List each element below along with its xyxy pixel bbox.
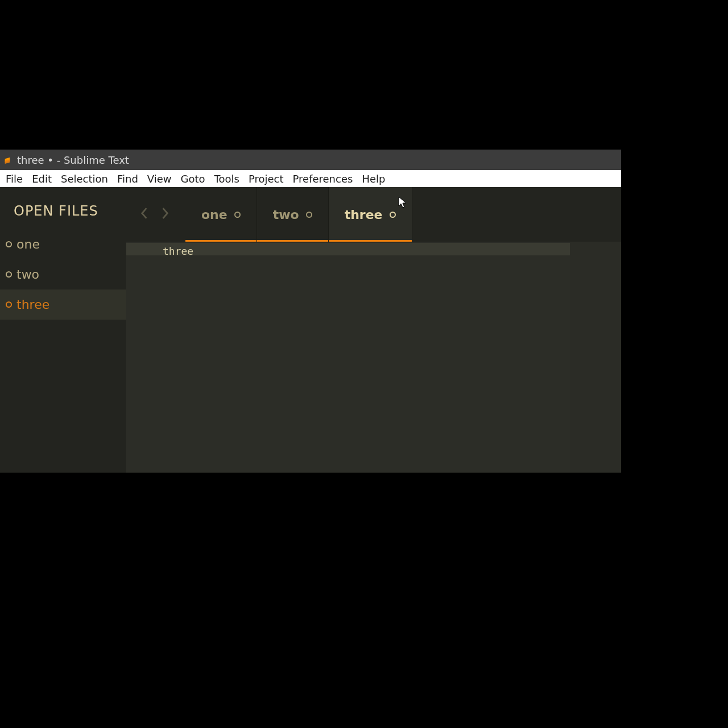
menu-goto[interactable]: Goto — [176, 171, 210, 187]
window-title: three • - Sublime Text — [17, 154, 129, 166]
menu-view[interactable]: View — [143, 171, 176, 187]
tab-two[interactable]: two — [257, 187, 329, 242]
tab-strip: one two three — [126, 187, 621, 242]
tab-label: two — [273, 208, 299, 222]
circle-icon — [306, 212, 312, 218]
open-file-label: two — [16, 267, 39, 282]
tab-label: one — [201, 208, 228, 222]
circle-icon — [234, 212, 241, 218]
menu-tools[interactable]: Tools — [210, 171, 244, 187]
tab-three[interactable]: three — [329, 187, 412, 242]
menu-help[interactable]: Help — [357, 171, 390, 187]
circle-icon — [390, 212, 396, 218]
menu-file[interactable]: File — [1, 171, 27, 187]
tab-label: three — [345, 208, 383, 222]
sidebar-open-files-header: OPEN FILES — [0, 197, 126, 229]
gutter: 1 — [126, 242, 152, 473]
open-file-one[interactable]: one — [0, 229, 126, 259]
open-file-label: one — [16, 237, 40, 251]
menu-project[interactable]: Project — [244, 171, 288, 187]
menubar: File Edit Selection Find View Goto Tools… — [0, 170, 621, 187]
titlebar[interactable]: three • - Sublime Text — [0, 150, 621, 170]
menu-find[interactable]: Find — [113, 171, 143, 187]
chevron-left-icon[interactable] — [140, 207, 150, 222]
code-area[interactable]: three — [152, 242, 621, 473]
menu-edit[interactable]: Edit — [27, 171, 56, 187]
minimap[interactable] — [570, 242, 621, 473]
menu-selection[interactable]: Selection — [56, 171, 113, 187]
circle-icon — [6, 271, 12, 278]
chevron-right-icon[interactable] — [162, 207, 172, 222]
menu-preferences[interactable]: Preferences — [288, 171, 358, 187]
tab-one[interactable]: one — [185, 187, 257, 242]
open-file-three[interactable]: three — [0, 289, 126, 320]
sidebar: OPEN FILES one two three — [0, 187, 126, 473]
open-file-label: three — [16, 297, 49, 312]
window: three • - Sublime Text File Edit Selecti… — [0, 150, 621, 473]
circle-icon — [6, 241, 12, 247]
open-file-two[interactable]: two — [0, 259, 126, 289]
sublime-icon — [3, 156, 11, 164]
editor-column: one two three — [126, 187, 621, 473]
circle-icon — [6, 301, 12, 308]
code-line: three — [163, 245, 621, 258]
editor[interactable]: 1 three — [126, 242, 621, 473]
